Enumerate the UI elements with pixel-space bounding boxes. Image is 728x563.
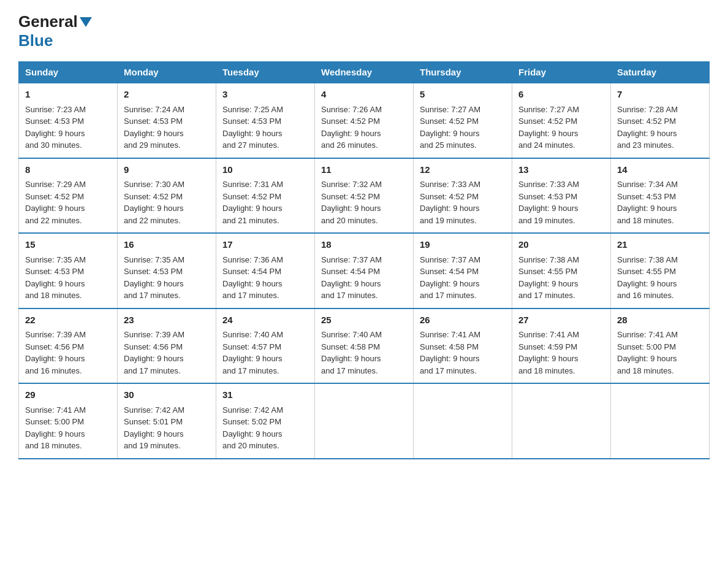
day-info: Sunrise: 7:41 AMSunset: 4:58 PMDaylight:… <box>420 330 480 375</box>
day-info: Sunrise: 7:36 AMSunset: 4:54 PMDaylight:… <box>222 255 283 301</box>
day-info: Sunrise: 7:39 AMSunset: 4:56 PMDaylight:… <box>25 330 86 375</box>
day-number: 23 <box>124 313 210 327</box>
calendar-cell: 2 Sunrise: 7:24 AMSunset: 4:53 PMDayligh… <box>118 83 216 158</box>
calendar-cell: 18 Sunrise: 7:37 AMSunset: 4:54 PMDaylig… <box>315 233 414 308</box>
calendar-cell: 8 Sunrise: 7:29 AMSunset: 4:52 PMDayligh… <box>19 158 118 234</box>
weekday-header-thursday: Thursday <box>414 62 512 83</box>
calendar-cell: 27 Sunrise: 7:41 AMSunset: 4:59 PMDaylig… <box>512 308 611 384</box>
calendar-cell: 14 Sunrise: 7:34 AMSunset: 4:53 PMDaylig… <box>611 158 710 234</box>
day-info: Sunrise: 7:28 AMSunset: 4:52 PMDaylight:… <box>617 105 678 150</box>
day-number: 12 <box>420 163 506 177</box>
calendar-cell: 12 Sunrise: 7:33 AMSunset: 4:52 PMDaylig… <box>414 158 512 234</box>
logo: General Blue <box>18 12 92 50</box>
weekday-header-tuesday: Tuesday <box>216 62 315 83</box>
calendar-cell: 16 Sunrise: 7:35 AMSunset: 4:53 PMDaylig… <box>118 233 216 308</box>
day-number: 13 <box>518 163 604 177</box>
day-number: 24 <box>222 313 308 327</box>
day-info: Sunrise: 7:34 AMSunset: 4:53 PMDaylight:… <box>617 180 678 225</box>
day-info: Sunrise: 7:33 AMSunset: 4:52 PMDaylight:… <box>420 180 480 225</box>
calendar-cell <box>611 383 710 459</box>
calendar-cell: 5 Sunrise: 7:27 AMSunset: 4:52 PMDayligh… <box>414 83 512 158</box>
day-number: 20 <box>518 238 604 252</box>
day-number: 9 <box>124 163 210 177</box>
weekday-header-saturday: Saturday <box>611 62 710 83</box>
day-info: Sunrise: 7:29 AMSunset: 4:52 PMDaylight:… <box>25 180 86 225</box>
day-number: 31 <box>222 388 308 402</box>
day-info: Sunrise: 7:41 AMSunset: 4:59 PMDaylight:… <box>518 330 579 375</box>
logo-general-text: General <box>18 12 78 31</box>
day-info: Sunrise: 7:41 AMSunset: 5:00 PMDaylight:… <box>617 330 678 375</box>
calendar-cell: 30 Sunrise: 7:42 AMSunset: 5:01 PMDaylig… <box>118 383 216 459</box>
day-info: Sunrise: 7:31 AMSunset: 4:52 PMDaylight:… <box>222 180 283 225</box>
day-number: 27 <box>518 313 604 327</box>
weekday-header-friday: Friday <box>512 62 611 83</box>
day-number: 5 <box>420 88 506 102</box>
calendar-week-row: 15 Sunrise: 7:35 AMSunset: 4:53 PMDaylig… <box>19 233 710 308</box>
day-number: 4 <box>321 88 407 102</box>
calendar-cell: 17 Sunrise: 7:36 AMSunset: 4:54 PMDaylig… <box>216 233 315 308</box>
calendar-cell <box>414 383 512 459</box>
day-info: Sunrise: 7:40 AMSunset: 4:58 PMDaylight:… <box>321 330 382 375</box>
weekday-header-row: SundayMondayTuesdayWednesdayThursdayFrid… <box>19 62 710 83</box>
day-info: Sunrise: 7:23 AMSunset: 4:53 PMDaylight:… <box>25 105 86 150</box>
day-number: 16 <box>124 238 210 252</box>
day-info: Sunrise: 7:40 AMSunset: 4:57 PMDaylight:… <box>222 330 283 375</box>
calendar-week-row: 8 Sunrise: 7:29 AMSunset: 4:52 PMDayligh… <box>19 158 710 234</box>
calendar-cell: 29 Sunrise: 7:41 AMSunset: 5:00 PMDaylig… <box>19 383 118 459</box>
calendar-week-row: 29 Sunrise: 7:41 AMSunset: 5:00 PMDaylig… <box>19 383 710 459</box>
calendar-cell: 19 Sunrise: 7:37 AMSunset: 4:54 PMDaylig… <box>414 233 512 308</box>
calendar-cell: 9 Sunrise: 7:30 AMSunset: 4:52 PMDayligh… <box>118 158 216 234</box>
header: General Blue <box>18 12 710 50</box>
day-number: 1 <box>25 88 111 102</box>
day-info: Sunrise: 7:42 AMSunset: 5:02 PMDaylight:… <box>222 405 283 451</box>
day-number: 17 <box>222 238 308 252</box>
calendar-cell: 25 Sunrise: 7:40 AMSunset: 4:58 PMDaylig… <box>315 308 414 384</box>
calendar-cell: 28 Sunrise: 7:41 AMSunset: 5:00 PMDaylig… <box>611 308 710 384</box>
calendar-cell: 10 Sunrise: 7:31 AMSunset: 4:52 PMDaylig… <box>216 158 315 234</box>
calendar-cell <box>512 383 611 459</box>
weekday-header-monday: Monday <box>118 62 216 83</box>
calendar-cell: 6 Sunrise: 7:27 AMSunset: 4:52 PMDayligh… <box>512 83 611 158</box>
logo-blue-text: Blue <box>18 31 53 50</box>
day-info: Sunrise: 7:26 AMSunset: 4:52 PMDaylight:… <box>321 105 382 150</box>
calendar-cell: 20 Sunrise: 7:38 AMSunset: 4:55 PMDaylig… <box>512 233 611 308</box>
day-number: 28 <box>617 313 703 327</box>
day-info: Sunrise: 7:32 AMSunset: 4:52 PMDaylight:… <box>321 180 382 225</box>
weekday-header-sunday: Sunday <box>19 62 118 83</box>
calendar-table: SundayMondayTuesdayWednesdayThursdayFrid… <box>18 61 710 459</box>
calendar-cell: 31 Sunrise: 7:42 AMSunset: 5:02 PMDaylig… <box>216 383 315 459</box>
day-info: Sunrise: 7:37 AMSunset: 4:54 PMDaylight:… <box>321 255 382 301</box>
day-number: 11 <box>321 163 407 177</box>
day-info: Sunrise: 7:30 AMSunset: 4:52 PMDaylight:… <box>124 180 184 225</box>
day-info: Sunrise: 7:35 AMSunset: 4:53 PMDaylight:… <box>25 255 86 301</box>
day-number: 18 <box>321 238 407 252</box>
day-number: 10 <box>222 163 308 177</box>
day-number: 19 <box>420 238 506 252</box>
day-info: Sunrise: 7:38 AMSunset: 4:55 PMDaylight:… <box>617 255 678 301</box>
logo-triangle-icon <box>80 17 92 27</box>
calendar-cell: 23 Sunrise: 7:39 AMSunset: 4:56 PMDaylig… <box>118 308 216 384</box>
day-number: 26 <box>420 313 506 327</box>
weekday-header-wednesday: Wednesday <box>315 62 414 83</box>
day-number: 7 <box>617 88 703 102</box>
calendar-cell: 13 Sunrise: 7:33 AMSunset: 4:53 PMDaylig… <box>512 158 611 234</box>
calendar-cell: 26 Sunrise: 7:41 AMSunset: 4:58 PMDaylig… <box>414 308 512 384</box>
day-info: Sunrise: 7:39 AMSunset: 4:56 PMDaylight:… <box>124 330 184 375</box>
day-info: Sunrise: 7:42 AMSunset: 5:01 PMDaylight:… <box>124 405 184 451</box>
day-info: Sunrise: 7:27 AMSunset: 4:52 PMDaylight:… <box>420 105 480 150</box>
day-number: 22 <box>25 313 111 327</box>
calendar-cell <box>315 383 414 459</box>
day-info: Sunrise: 7:25 AMSunset: 4:53 PMDaylight:… <box>222 105 283 150</box>
calendar-week-row: 1 Sunrise: 7:23 AMSunset: 4:53 PMDayligh… <box>19 83 710 158</box>
calendar-cell: 7 Sunrise: 7:28 AMSunset: 4:52 PMDayligh… <box>611 83 710 158</box>
day-number: 30 <box>124 388 210 402</box>
calendar-week-row: 22 Sunrise: 7:39 AMSunset: 4:56 PMDaylig… <box>19 308 710 384</box>
day-info: Sunrise: 7:35 AMSunset: 4:53 PMDaylight:… <box>124 255 184 301</box>
day-info: Sunrise: 7:24 AMSunset: 4:53 PMDaylight:… <box>124 105 184 150</box>
day-info: Sunrise: 7:27 AMSunset: 4:52 PMDaylight:… <box>518 105 579 150</box>
calendar-cell: 3 Sunrise: 7:25 AMSunset: 4:53 PMDayligh… <box>216 83 315 158</box>
calendar-cell: 22 Sunrise: 7:39 AMSunset: 4:56 PMDaylig… <box>19 308 118 384</box>
calendar-cell: 4 Sunrise: 7:26 AMSunset: 4:52 PMDayligh… <box>315 83 414 158</box>
calendar-cell: 24 Sunrise: 7:40 AMSunset: 4:57 PMDaylig… <box>216 308 315 384</box>
calendar-cell: 21 Sunrise: 7:38 AMSunset: 4:55 PMDaylig… <box>611 233 710 308</box>
